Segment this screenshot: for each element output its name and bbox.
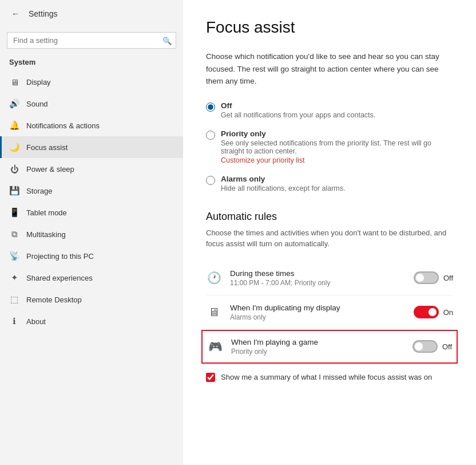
radio-desc-off: Get all notifications from your apps and… <box>221 111 375 119</box>
radio-priority[interactable] <box>206 131 215 140</box>
sidebar-item-shared[interactable]: ✦ Shared experiences <box>0 267 183 289</box>
projecting-icon: 📡 <box>9 251 19 261</box>
toggle-subtitle-display_dup: Alarms only <box>230 313 340 321</box>
toggle-left-display_dup: 🖥 When I'm duplicating my display Alarms… <box>206 304 340 321</box>
system-label: System <box>0 56 183 71</box>
radio-group: Off Get all notifications from your apps… <box>206 101 453 192</box>
back-button[interactable]: ← <box>9 7 22 21</box>
tablet-icon: 📱 <box>9 207 19 218</box>
toggle-row-times: 🕐 During these times 11:00 PM - 7:00 AM;… <box>206 261 453 295</box>
summary-checkbox-row: Show me a summary of what I missed while… <box>206 373 453 382</box>
toggle-left-gaming: 🎮 When I'm playing a game Priority only <box>207 338 318 356</box>
toggle-right-gaming: Off <box>412 340 452 353</box>
radio-label-priority: Priority only <box>221 129 453 138</box>
sidebar-item-label: Power & sleep <box>26 165 74 174</box>
main-content: Focus assist Choose which notification y… <box>183 0 476 465</box>
power-icon: ⏻ <box>9 164 19 174</box>
search-input[interactable] <box>7 32 176 49</box>
toggle-switch-times[interactable] <box>414 271 439 284</box>
sidebar-item-label: Sound <box>26 100 48 108</box>
toggle-rows: 🕐 During these times 11:00 PM - 7:00 AM;… <box>206 261 453 364</box>
toggle-switch-gaming[interactable] <box>412 340 438 353</box>
search-icon: 🔍 <box>162 36 172 45</box>
radio-desc-alarms: Hide all notifications, except for alarm… <box>221 184 345 192</box>
toggle-switch-display_dup[interactable] <box>414 306 439 318</box>
sound-icon: 🔊 <box>9 98 19 109</box>
storage-icon: 💾 <box>9 186 19 196</box>
toggle-row-display_dup: 🖥 When I'm duplicating my display Alarms… <box>206 295 453 330</box>
sidebar-item-multitasking[interactable]: ⧉ Multitasking <box>0 223 183 245</box>
focus-icon: 🌙 <box>9 142 19 152</box>
sidebar-item-label: Shared experiences <box>26 274 93 282</box>
sidebar-item-remote[interactable]: ⬚ Remote Desktop <box>0 289 183 310</box>
sidebar-item-display[interactable]: 🖥 Display <box>0 71 183 93</box>
page-description: Choose which notification you'd like to … <box>206 50 453 88</box>
sidebar-item-notifications[interactable]: 🔔 Notifications & actions <box>0 115 183 136</box>
priority-list-link[interactable]: Customize your priority list <box>221 156 453 164</box>
toggle-right-times: Off <box>414 271 453 284</box>
toggle-label-display_dup: On <box>443 308 453 317</box>
settings-title: Settings <box>29 9 58 18</box>
page-title: Focus assist <box>206 18 453 37</box>
automatic-rules-desc: Choose the times and activities when you… <box>206 227 453 250</box>
sidebar-item-tablet[interactable]: 📱 Tablet mode <box>0 202 183 223</box>
gaming-icon: 🎮 <box>207 338 223 354</box>
summary-checkbox-label: Show me a summary of what I missed while… <box>221 373 432 381</box>
sidebar-item-label: Projecting to this PC <box>26 252 94 261</box>
sidebar-item-label: Display <box>26 78 51 86</box>
radio-option-alarms: Alarms only Hide all notifications, exce… <box>206 175 453 192</box>
radio-desc-priority: See only selected notifications from the… <box>221 139 453 155</box>
toggle-title-times: During these times <box>230 269 330 278</box>
radio-option-priority: Priority only See only selected notifica… <box>206 129 453 164</box>
toggle-title-gaming: When I'm playing a game <box>231 338 318 346</box>
automatic-rules-title: Automatic rules <box>206 211 453 223</box>
toggle-label-times: Off <box>443 274 453 282</box>
summary-checkbox[interactable] <box>206 373 215 382</box>
toggle-subtitle-gaming: Priority only <box>231 348 318 356</box>
search-box: 🔍 <box>7 32 176 49</box>
toggle-title-display_dup: When I'm duplicating my display <box>230 304 340 312</box>
shared-icon: ✦ <box>9 273 19 283</box>
sidebar-item-label: Notifications & actions <box>26 121 100 130</box>
sidebar-item-label: Storage <box>26 187 53 195</box>
toggle-label-gaming: Off <box>442 342 452 351</box>
sidebar: ← Settings 🔍 System 🖥 Display 🔊 Sound 🔔 … <box>0 0 183 465</box>
sidebar-item-power[interactable]: ⏻ Power & sleep <box>0 158 183 180</box>
sidebar-item-label: Tablet mode <box>26 208 67 217</box>
sidebar-item-projecting[interactable]: 📡 Projecting to this PC <box>0 245 183 267</box>
sidebar-item-label: About <box>26 317 46 326</box>
radio-label-alarms: Alarms only <box>221 175 345 183</box>
nav-list: 🖥 Display 🔊 Sound 🔔 Notifications & acti… <box>0 71 183 332</box>
toggle-subtitle-times: 11:00 PM - 7:00 AM; Priority only <box>230 279 330 287</box>
sidebar-item-label: Remote Desktop <box>26 295 82 304</box>
remote-icon: ⬚ <box>9 294 19 305</box>
toggle-text-display_dup: When I'm duplicating my display Alarms o… <box>230 304 340 321</box>
toggle-row-gaming: 🎮 When I'm playing a game Priority only … <box>201 330 458 364</box>
radio-label-off: Off <box>221 101 375 110</box>
display-icon: 🖥 <box>9 77 19 87</box>
sidebar-item-focus[interactable]: 🌙 Focus assist <box>0 136 183 158</box>
sidebar-item-label: Multitasking <box>26 230 66 239</box>
toggle-text-times: During these times 11:00 PM - 7:00 AM; P… <box>230 269 330 287</box>
multitasking-icon: ⧉ <box>9 229 19 239</box>
sidebar-item-storage[interactable]: 💾 Storage <box>0 180 183 202</box>
sidebar-item-about[interactable]: ℹ About <box>0 310 183 332</box>
display_dup-icon: 🖥 <box>206 304 222 320</box>
about-icon: ℹ <box>9 316 19 326</box>
times-icon: 🕐 <box>206 270 222 286</box>
toggle-right-display_dup: On <box>414 306 453 318</box>
notifications-icon: 🔔 <box>9 120 19 131</box>
sidebar-header: ← Settings <box>0 0 183 27</box>
toggle-text-gaming: When I'm playing a game Priority only <box>231 338 318 356</box>
radio-option-off: Off Get all notifications from your apps… <box>206 101 453 119</box>
sidebar-item-sound[interactable]: 🔊 Sound <box>0 93 183 115</box>
radio-alarms[interactable] <box>206 176 215 185</box>
sidebar-item-label: Focus assist <box>26 143 68 152</box>
toggle-left-times: 🕐 During these times 11:00 PM - 7:00 AM;… <box>206 269 330 287</box>
radio-off[interactable] <box>206 103 215 112</box>
